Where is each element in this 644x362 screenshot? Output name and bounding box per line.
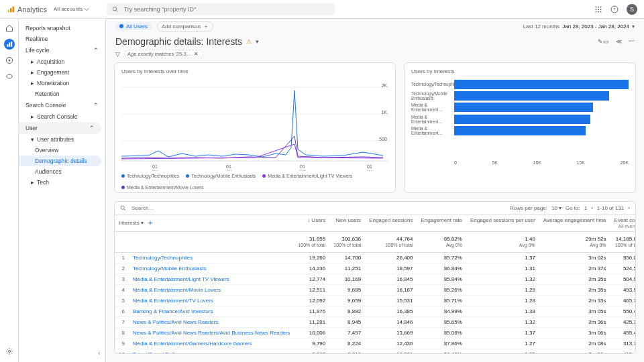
global-search[interactable] bbox=[107, 3, 335, 15]
page-range: 1-10 of 131 bbox=[597, 205, 624, 211]
dimension-link[interactable]: Technology/Technophiles bbox=[129, 253, 294, 263]
page-prev[interactable]: ‹ bbox=[591, 205, 593, 211]
remove-filter-icon[interactable]: ✕ bbox=[194, 51, 199, 57]
svg-rect-0 bbox=[8, 9, 10, 12]
svg-rect-17 bbox=[9, 43, 10, 47]
share-icon[interactable]: ≪ bbox=[616, 38, 622, 45]
svg-point-8 bbox=[596, 9, 597, 10]
filter-icon: ▽ bbox=[115, 51, 120, 58]
nav-reports-snapshot[interactable]: Reports snapshot bbox=[19, 23, 105, 34]
account-avatar[interactable]: S bbox=[627, 4, 637, 15]
dimension-link[interactable]: Banking & Finance/Avid Investors bbox=[129, 306, 294, 317]
thresholding-warning-icon[interactable]: ⚠ bbox=[246, 38, 252, 45]
product-name: Analytics bbox=[17, 5, 47, 13]
nav-user-attributes[interactable]: ▾ User attributes bbox=[19, 134, 105, 145]
nav-overview[interactable]: Overview bbox=[19, 145, 105, 156]
table-toolbar: Rows per page: 10 ▾ Go to: 1 ‹ 1-10 of 1… bbox=[115, 202, 635, 215]
nav-section-search-console[interactable]: Search Console⌃ bbox=[19, 99, 105, 111]
goto-page-input[interactable]: 1 bbox=[584, 205, 587, 211]
card-title: Users by Interests over time bbox=[121, 68, 388, 74]
table-search-input[interactable] bbox=[130, 204, 506, 212]
date-range-picker[interactable]: Last 12 months Jan 28, 2023 - Jan 28, 20… bbox=[523, 23, 635, 29]
help-icon[interactable]: ? bbox=[610, 5, 619, 13]
filter-chip-age[interactable]: Age exactly matches '25-3… ✕ bbox=[124, 50, 203, 58]
card-title: Users by Interests bbox=[411, 68, 629, 74]
account-selector[interactable]: All accounts bbox=[54, 6, 89, 12]
chevron-up-icon: ⌃ bbox=[93, 102, 99, 109]
svg-text:Jan: Jan bbox=[366, 169, 373, 171]
card-time-series: Users by Interests over time 2K 1K 500 0… bbox=[114, 62, 396, 193]
bar-row: Media & Entertainment… bbox=[411, 103, 629, 112]
chevron-up-icon: ⌃ bbox=[93, 47, 99, 54]
svg-text:Apr: Apr bbox=[152, 169, 158, 171]
add-dimension[interactable]: ＋ bbox=[146, 217, 154, 229]
svg-point-3 bbox=[113, 7, 117, 11]
svg-point-12 bbox=[598, 11, 599, 12]
top-bar: Analytics All accounts ? S bbox=[0, 0, 644, 19]
nav-engagement[interactable]: ▸ Engagement bbox=[19, 67, 105, 78]
dimension-picker[interactable]: Interests ▾ bbox=[119, 220, 144, 226]
search-icon bbox=[112, 6, 119, 13]
dimension-link[interactable]: Travel/Travel Buffs bbox=[129, 349, 294, 355]
data-table-card: Rows per page: 10 ▾ Go to: 1 ‹ 1-10 of 1… bbox=[114, 201, 636, 354]
page-next[interactable]: › bbox=[628, 205, 630, 211]
dimension-link[interactable]: Media & Entertainment/TV Lovers bbox=[129, 296, 294, 306]
rows-per-page-select[interactable]: 10 ▾ bbox=[551, 205, 561, 211]
left-rail bbox=[0, 19, 19, 362]
nav-collapse[interactable]: ‹ bbox=[98, 350, 100, 357]
nav-retention[interactable]: Retention bbox=[19, 88, 105, 99]
dimension-link[interactable]: News & Politics/Avid News Readers/Avid B… bbox=[129, 328, 294, 339]
svg-text:?: ? bbox=[613, 7, 616, 11]
table-row: 7News & Politics/Avid News Readers11,281… bbox=[115, 317, 636, 328]
nav-audiences[interactable]: Audiences bbox=[19, 166, 105, 177]
apps-icon[interactable] bbox=[594, 5, 602, 13]
rail-admin[interactable] bbox=[4, 346, 15, 357]
svg-text:500: 500 bbox=[379, 137, 387, 141]
nav-section-lifecycle[interactable]: Life cycle⌃ bbox=[19, 44, 105, 56]
bar-chart: Technology/TechnophilesTechnology/Mobile… bbox=[411, 77, 629, 160]
svg-rect-1 bbox=[10, 8, 12, 13]
report-content: All Users Add comparison ＋ Last 12 month… bbox=[106, 19, 644, 362]
svg-line-38 bbox=[124, 209, 125, 210]
svg-point-21 bbox=[8, 351, 10, 353]
nav-demographic-details[interactable]: Demographic details bbox=[19, 156, 101, 166]
nav-realtime[interactable]: Realtime bbox=[19, 34, 105, 44]
title-chevron-down-icon[interactable]: ▾ bbox=[256, 38, 259, 45]
nav-monetization[interactable]: ▸ Monetization bbox=[19, 78, 105, 88]
rail-advertising[interactable] bbox=[4, 71, 15, 82]
topbar-actions: ? S bbox=[594, 4, 637, 15]
search-input[interactable] bbox=[123, 5, 329, 13]
dimension-link[interactable]: Media & Entertainment/Light TV Viewers bbox=[129, 274, 294, 285]
svg-text:01: 01 bbox=[226, 164, 231, 169]
table-row: 9Media & Entertainment/Gamers/Hardcore G… bbox=[115, 339, 636, 349]
segment-all-users[interactable]: All Users bbox=[115, 23, 152, 30]
svg-point-13 bbox=[600, 11, 602, 12]
nav-section-user[interactable]: User⌃ bbox=[19, 122, 101, 134]
svg-point-10 bbox=[600, 9, 602, 10]
svg-text:01: 01 bbox=[152, 164, 158, 169]
search-icon bbox=[120, 205, 126, 211]
nav-search-console[interactable]: ▸ Search Console bbox=[19, 111, 105, 122]
table-row: 8News & Politics/Avid News Readers/Avid … bbox=[115, 328, 636, 339]
dimension-link[interactable]: News & Politics/Avid News Readers bbox=[129, 317, 294, 328]
dimension-link[interactable]: Media & Entertainment/Movie Lovers bbox=[129, 285, 294, 296]
rail-reports[interactable] bbox=[4, 39, 15, 50]
svg-point-5 bbox=[596, 6, 597, 7]
bar-row: Technology/Mobile Enthusiasts bbox=[411, 91, 629, 101]
dimension-link[interactable]: Media & Entertainment/Gamers/Hardcore Ga… bbox=[129, 339, 294, 349]
rail-explore[interactable] bbox=[4, 55, 15, 66]
report-actions: ✎▭ ≪ 〰 bbox=[598, 38, 635, 45]
insights-icon[interactable]: 〰 bbox=[629, 38, 635, 45]
dimension-link[interactable]: Technology/Mobile Enthusiasts bbox=[129, 263, 294, 274]
nav-tech[interactable]: ▸ Tech bbox=[19, 177, 105, 188]
customize-report-icon[interactable]: ✎▭ bbox=[598, 38, 609, 45]
table-row: 2Technology/Mobile Enthusiasts14,23611,2… bbox=[115, 263, 636, 274]
add-comparison[interactable]: Add comparison ＋ bbox=[157, 21, 213, 32]
title-row: Demographic details: Interests ⚠ ▾ ✎▭ ≪ … bbox=[106, 34, 644, 48]
table-row: 4Media & Entertainment/Movie Lovers12,51… bbox=[115, 285, 636, 296]
rail-home[interactable] bbox=[4, 23, 15, 34]
table-row: 1Technology/Technophiles19,26014,70026,4… bbox=[115, 253, 636, 263]
svg-text:01: 01 bbox=[300, 164, 305, 169]
svg-text:01: 01 bbox=[367, 164, 372, 169]
nav-acquisition[interactable]: ▸ Acquisition bbox=[19, 56, 105, 67]
